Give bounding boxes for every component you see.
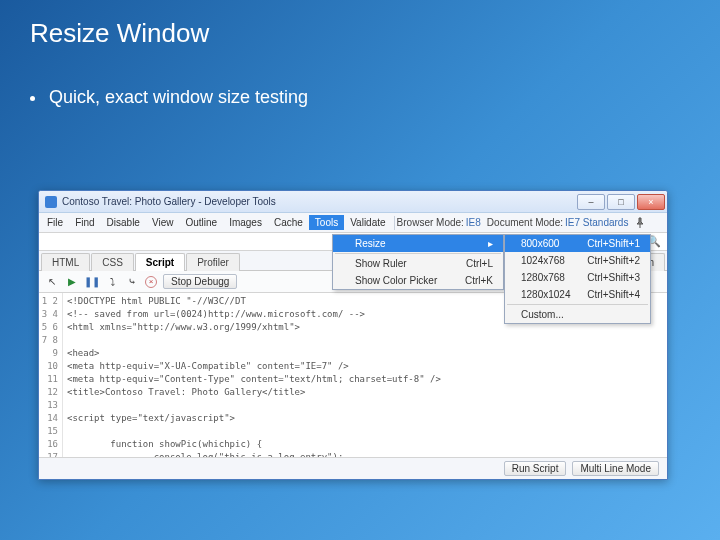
menu-label: 1280x768: [521, 272, 565, 283]
menu-shortcut: Ctrl+Shift+4: [587, 289, 640, 300]
slide-bullet: Quick, exact window size testing: [0, 49, 720, 108]
window-controls: – □ ×: [577, 194, 665, 210]
menu-cache[interactable]: Cache: [268, 215, 309, 230]
play-icon[interactable]: ▶: [65, 275, 79, 289]
menu-shortcut: Ctrl+Shift+2: [587, 255, 640, 266]
menu-label: Custom...: [521, 309, 564, 320]
menu-divider: [335, 253, 501, 254]
resize-1024x768[interactable]: 1024x768 Ctrl+Shift+2: [505, 252, 650, 269]
menu-label: 1024x768: [521, 255, 565, 266]
menu-label: 800x600: [521, 238, 559, 249]
menu-shortcut: Ctrl+Shift+1: [587, 238, 640, 249]
menu-label: 1280x1024: [521, 289, 571, 300]
menu-shortcut: Ctrl+Shift+3: [587, 272, 640, 283]
bullet-icon: [30, 96, 35, 101]
run-script-button[interactable]: Run Script: [504, 461, 567, 476]
tools-menu-colorpicker[interactable]: Show Color Picker Ctrl+K: [333, 272, 503, 289]
document-mode-value[interactable]: IE7 Standards: [565, 217, 628, 228]
tab-profiler[interactable]: Profiler: [186, 253, 240, 271]
menu-label: Show Ruler: [355, 258, 407, 269]
app-icon: [45, 196, 57, 208]
chevron-right-icon: ▸: [488, 238, 493, 249]
resize-1280x1024[interactable]: 1280x1024 Ctrl+Shift+4: [505, 286, 650, 303]
menu-images[interactable]: Images: [223, 215, 268, 230]
menu-label: Show Color Picker: [355, 275, 437, 286]
tools-menu-ruler[interactable]: Show Ruler Ctrl+L: [333, 255, 503, 272]
pin-icon[interactable]: [634, 217, 646, 229]
line-gutter: 1 2 3 4 5 6 7 8 9 10 11 12 13 14 15 16 1…: [39, 293, 63, 465]
tab-script[interactable]: Script: [135, 253, 185, 271]
bullet-text: Quick, exact window size testing: [49, 87, 308, 107]
tab-css[interactable]: CSS: [91, 253, 134, 271]
pointer-icon[interactable]: ↖: [45, 275, 59, 289]
step-over-icon[interactable]: ⤵: [105, 275, 119, 289]
browser-mode-value[interactable]: IE8: [466, 217, 481, 228]
pause-icon[interactable]: ❚❚: [85, 275, 99, 289]
menu-shortcut: Ctrl+L: [466, 258, 493, 269]
tools-submenu: Resize ▸ Show Ruler Ctrl+L Show Color Pi…: [332, 234, 504, 290]
menu-divider: [507, 304, 648, 305]
maximize-button[interactable]: □: [607, 194, 635, 210]
tab-html[interactable]: HTML: [41, 253, 90, 271]
browser-mode-label: Browser Mode:: [397, 217, 464, 228]
menu-view[interactable]: View: [146, 215, 180, 230]
multiline-mode-button[interactable]: Multi Line Mode: [572, 461, 659, 476]
menu-shortcut: Ctrl+K: [465, 275, 493, 286]
menu-tools[interactable]: Tools: [309, 215, 344, 230]
close-button[interactable]: ×: [637, 194, 665, 210]
menu-find[interactable]: Find: [69, 215, 100, 230]
slide-title: Resize Window: [0, 0, 720, 49]
devtools-window: Contoso Travel: Photo Gallery - Develope…: [38, 190, 668, 480]
window-title: Contoso Travel: Photo Gallery - Develope…: [62, 196, 276, 207]
minimize-button[interactable]: –: [577, 194, 605, 210]
resize-submenu: 800x600 Ctrl+Shift+1 1024x768 Ctrl+Shift…: [504, 234, 651, 324]
document-mode-label: Document Mode:: [487, 217, 563, 228]
menu-disable[interactable]: Disable: [101, 215, 146, 230]
menu-separator: [394, 216, 395, 230]
resize-1280x768[interactable]: 1280x768 Ctrl+Shift+3: [505, 269, 650, 286]
menu-validate[interactable]: Validate: [344, 215, 391, 230]
menu-file[interactable]: File: [41, 215, 69, 230]
titlebar-left: Contoso Travel: Photo Gallery - Develope…: [45, 196, 276, 208]
step-into-icon[interactable]: ⤷: [125, 275, 139, 289]
menu-outline[interactable]: Outline: [179, 215, 223, 230]
resize-800x600[interactable]: 800x600 Ctrl+Shift+1: [505, 235, 650, 252]
bottom-bar: Run Script Multi Line Mode: [39, 457, 667, 479]
stop-icon[interactable]: ×: [145, 276, 157, 288]
resize-custom[interactable]: Custom...: [505, 306, 650, 323]
titlebar: Contoso Travel: Photo Gallery - Develope…: [39, 191, 667, 213]
menu-label: Resize: [355, 238, 386, 249]
tools-menu-resize[interactable]: Resize ▸: [333, 235, 503, 252]
menubar: File Find Disable View Outline Images Ca…: [39, 213, 667, 233]
stop-debugging-button[interactable]: Stop Debugg: [163, 274, 237, 289]
